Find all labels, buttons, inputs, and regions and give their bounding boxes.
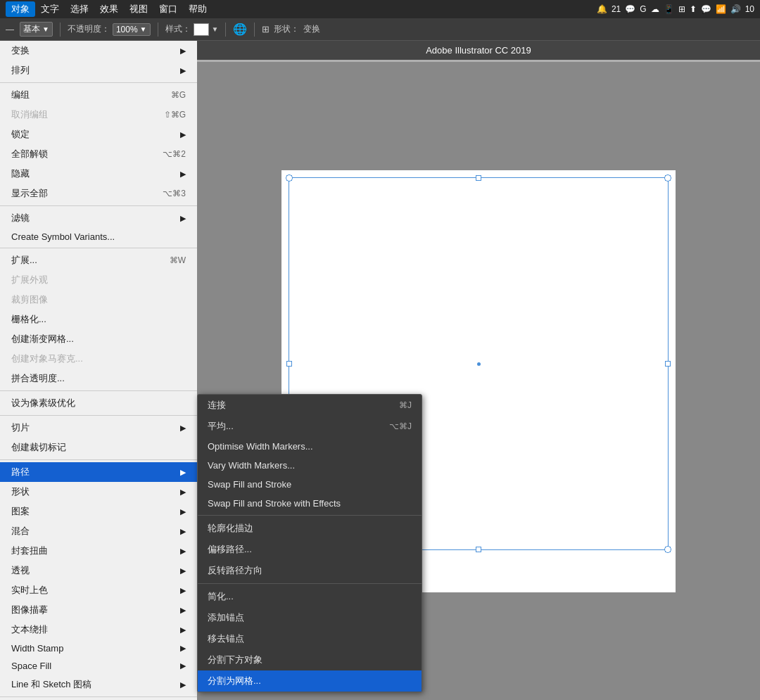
menu-item-line-sketch[interactable]: Line 和 Sketch 图稿 ▶: [0, 675, 197, 694]
globe-icon[interactable]: 🌐: [233, 23, 247, 36]
shape-label: 形状: [11, 485, 30, 498]
submenu-offset-path[interactable]: 偏移路径...: [198, 539, 422, 560]
menu-item-ungroup[interactable]: 取消编组 ⇧⌘G: [0, 105, 197, 125]
menu-item-perspective[interactable]: 透视 ▶: [0, 561, 197, 580]
menu-item-group[interactable]: 编组 ⌘G: [0, 85, 197, 105]
menu-item-expand-appearance[interactable]: 扩展外观: [0, 270, 197, 290]
submenu-vary-width[interactable]: Vary Width Markers...: [198, 456, 422, 475]
submenu-remove-anchor[interactable]: 移去锚点: [198, 628, 422, 649]
menu-item-blend[interactable]: 混合 ▶: [0, 521, 197, 541]
menu-text[interactable]: 文字: [35, 1, 65, 17]
menu-item-width-stamp[interactable]: Width Stamp ▶: [0, 639, 197, 657]
align-section: ⊞: [262, 24, 270, 34]
arrow-icon: ▶: [180, 566, 186, 575]
arrow-icon: ▶: [180, 130, 186, 139]
menu-item-lock[interactable]: 锁定 ▶: [0, 125, 197, 144]
menu-item-create-symbol[interactable]: Create Symbol Variants...: [0, 228, 197, 246]
blend-label: 混合: [11, 525, 30, 537]
optimise-width-label: Optimise Width Markers...: [208, 441, 313, 452]
menu-item-text-wrap[interactable]: 文本绕排 ▶: [0, 620, 197, 639]
join-label: 连接: [208, 399, 226, 412]
image-trace-label: 图像描摹: [11, 604, 48, 616]
menu-item-envelope[interactable]: 封套扭曲 ▶: [0, 541, 197, 561]
menu-item-live-paint[interactable]: 实时上色 ▶: [0, 580, 197, 600]
align-icon[interactable]: ⊞: [262, 24, 270, 34]
menu-item-slice[interactable]: 切片 ▶: [0, 418, 197, 438]
menu-item-gradient-mesh[interactable]: 创建渐变网格...: [0, 329, 197, 349]
offset-path-label: 偏移路径...: [208, 543, 252, 556]
menu-select[interactable]: 选择: [65, 1, 94, 17]
submenu-split-grid[interactable]: 分割为网格...: [198, 670, 422, 692]
menu-item-show-all[interactable]: 显示全部 ⌥⌘3: [0, 184, 197, 203]
ungroup-shortcut: ⇧⌘G: [164, 110, 186, 120]
menu-item-pixel-perfect[interactable]: 设为像素级优化: [0, 393, 197, 413]
menu-item-crop-image[interactable]: 裁剪图像: [0, 290, 197, 310]
submenu-join[interactable]: 连接 ⌘J: [198, 395, 422, 416]
arrange-label: 排列: [11, 64, 30, 77]
menu-item-shape[interactable]: 形状 ▶: [0, 482, 197, 502]
g-icon[interactable]: G: [640, 4, 646, 14]
opacity-value: 100%: [116, 25, 138, 34]
cloud-icon[interactable]: ☁: [651, 4, 659, 14]
circle-handle-top-left: [286, 174, 293, 182]
lock-label: 锁定: [11, 128, 30, 141]
workspace-dropdown[interactable]: 基本 ▼: [20, 22, 53, 37]
menu-item-unlock-all[interactable]: 全部解锁 ⌥⌘2: [0, 144, 197, 164]
menu-item-expand[interactable]: 扩展... ⌘W: [0, 250, 197, 270]
grid-icon[interactable]: ⊞: [678, 4, 685, 14]
volume-icon[interactable]: 🔊: [730, 4, 741, 14]
average-shortcut: ⌥⌘J: [389, 421, 412, 431]
chat-icon[interactable]: 💬: [625, 4, 635, 14]
flatten-transparency-label: 拼合透明度...: [11, 372, 65, 385]
handle-middle-left: [286, 361, 292, 367]
transform-label: 变换: [303, 23, 320, 35]
submenu-swap-fill-stroke[interactable]: Swap Fill and Stroke: [198, 475, 422, 494]
menu-item-transform[interactable]: 变换 ▶: [0, 41, 197, 61]
handle-bottom-right: [665, 547, 671, 552]
share-icon[interactable]: ⬆: [690, 4, 697, 14]
circle-handle-bottom-right: [664, 546, 671, 553]
menu-view[interactable]: 视图: [124, 1, 153, 17]
submenu-divide-below[interactable]: 分割下方对象: [198, 649, 422, 670]
menu-item-create-trim[interactable]: 创建裁切标记: [0, 438, 197, 457]
menu-item-pattern[interactable]: 图案 ▶: [0, 502, 197, 521]
menu-effect[interactable]: 效果: [94, 1, 124, 17]
menu-item-rasterize[interactable]: 栅格化...: [0, 310, 197, 329]
submenu-swap-fill-stroke-effects[interactable]: Swap Fill and Stroke with Effects: [198, 494, 422, 513]
submenu-reverse-path[interactable]: 反转路径方向: [198, 560, 422, 581]
swap-fill-stroke-label: Swap Fill and Stroke: [208, 479, 291, 490]
menu-item-path[interactable]: 路径 ▶: [0, 462, 197, 482]
menu-help[interactable]: 帮助: [183, 1, 213, 17]
arrow-icon: ▶: [180, 547, 186, 556]
submenu-optimise-width[interactable]: Optimise Width Markers...: [198, 437, 422, 456]
menu-item-image-trace[interactable]: 图像描摹 ▶: [0, 600, 197, 620]
menu-item-space-fill[interactable]: Space Fill ▶: [0, 657, 197, 675]
menu-item-arrange[interactable]: 排列 ▶: [0, 61, 197, 80]
separator: [0, 205, 197, 206]
menu-item-hide[interactable]: 隐藏 ▶: [0, 164, 197, 184]
submenu-average[interactable]: 平均... ⌥⌘J: [198, 416, 422, 437]
submenu-outline-stroke[interactable]: 轮廓化描边: [198, 518, 422, 539]
arrow-icon: ▶: [180, 468, 186, 477]
menu-object[interactable]: 对象: [6, 1, 35, 17]
wifi-icon[interactable]: 📶: [716, 4, 726, 14]
globe-section: 🌐: [233, 23, 247, 36]
submenu-simplify[interactable]: 简化...: [198, 586, 422, 607]
style-color[interactable]: [194, 23, 209, 36]
opacity-dropdown[interactable]: 100% ▼: [113, 23, 151, 36]
hide-label: 隐藏: [11, 167, 30, 180]
menu-window[interactable]: 窗口: [153, 1, 183, 17]
toolbar-divider-4: [254, 23, 255, 37]
slice-label: 切片: [11, 421, 30, 434]
menu-item-object-mosaic[interactable]: 创建对象马赛克...: [0, 349, 197, 369]
menu-item-flatten-transparency[interactable]: 拼合透明度...: [0, 369, 197, 388]
menu-item-filter[interactable]: 滤镜 ▶: [0, 208, 197, 228]
wechat-icon[interactable]: 💬: [701, 4, 711, 14]
remove-anchor-label: 移去锚点: [208, 632, 244, 645]
handle-top-center: [476, 175, 481, 181]
submenu-add-anchor[interactable]: 添加锚点: [198, 607, 422, 628]
gradient-mesh-label: 创建渐变网格...: [11, 333, 74, 345]
phone-icon[interactable]: 📱: [664, 4, 674, 14]
notification-icon[interactable]: 🔔: [597, 4, 607, 14]
submenu-separator: [198, 583, 422, 584]
